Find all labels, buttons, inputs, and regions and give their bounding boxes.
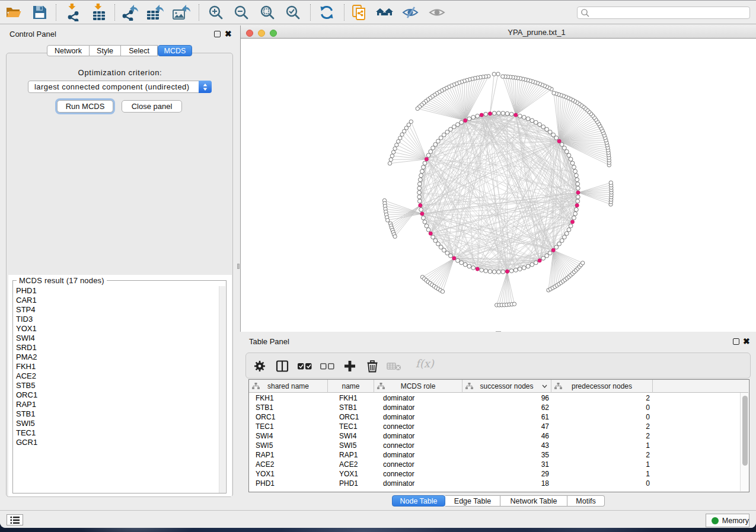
network-canvas bbox=[241, 39, 756, 332]
node-table: shared name name MCDS role successor nod… bbox=[248, 379, 749, 492]
memory[interactable]: Memory bbox=[706, 514, 749, 527]
mcds-result: MCDS result (17 nodes) PHD1 CAR1 STP4 TI… bbox=[8, 275, 232, 496]
toolbar bbox=[0, 1, 756, 24]
table-panel: Table Panel ✖ f(x) shared name name MCDS… bbox=[240, 332, 756, 510]
control-tabs: Network Style Select MCDS bbox=[47, 45, 192, 56]
cytoscape-window: Control Panel ✖ Optimization criterion: … bbox=[0, 0, 756, 528]
close-panel[interactable]: Close panel bbox=[122, 100, 182, 113]
status-bar: Memory bbox=[0, 510, 756, 528]
table-tabs: Node Table Edge Table Network Table Moti… bbox=[392, 495, 605, 507]
table-toolbar: f(x) bbox=[245, 352, 751, 379]
run-mcds[interactable]: Run MCDS bbox=[57, 100, 113, 113]
criterion-select[interactable]: largest connected component (undirected) bbox=[28, 81, 212, 93]
mcds-pane: Optimization criterion: largest connecte… bbox=[6, 53, 233, 497]
network-window: YPA_prune.txt_1 bbox=[240, 25, 756, 332]
control-panel: Control Panel ✖ Optimization criterion: … bbox=[0, 25, 237, 510]
search-box bbox=[577, 7, 750, 19]
